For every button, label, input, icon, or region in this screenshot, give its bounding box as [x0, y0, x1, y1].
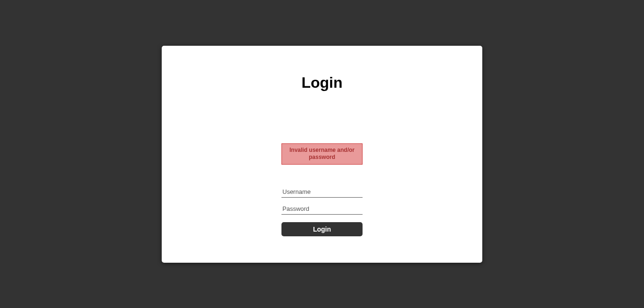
- login-button[interactable]: Login: [281, 222, 363, 236]
- password-row: [281, 202, 363, 219]
- password-input[interactable]: [281, 202, 363, 215]
- username-row: [281, 185, 363, 202]
- login-title: Login: [301, 74, 342, 92]
- username-input[interactable]: [281, 185, 363, 198]
- error-message: Invalid username and/or password: [281, 143, 363, 165]
- login-card: Login Invalid username and/or password L…: [162, 46, 482, 263]
